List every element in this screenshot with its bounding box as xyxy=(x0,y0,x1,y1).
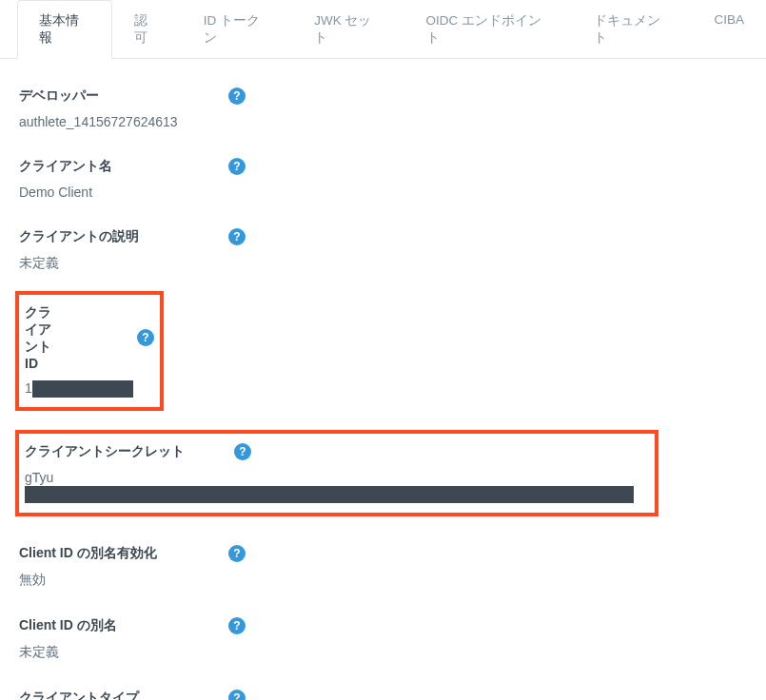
tab-id-token[interactable]: ID トークン xyxy=(182,0,292,59)
client-secret-prefix: gTyu xyxy=(25,470,53,485)
help-icon[interactable]: ? xyxy=(228,545,246,562)
field-client-id: クライアント ID ? 1 xyxy=(25,304,154,398)
redacted-client-id xyxy=(32,380,133,398)
highlight-client-id: クライアント ID ? 1 xyxy=(15,291,164,411)
client-id-alias-enabled-label: Client ID の別名有効化 xyxy=(19,545,228,562)
help-icon[interactable]: ? xyxy=(137,329,154,346)
field-client-name: クライアント名 ? Demo Client xyxy=(19,158,747,200)
field-client-type: クライアントタイプ ? CONFIDENTIAL xyxy=(19,690,747,700)
client-id-value: 1 xyxy=(25,380,154,398)
field-client-description: クライアントの説明 ? 未定義 xyxy=(19,228,747,272)
client-description-value: 未定義 xyxy=(19,255,747,272)
tab-ciba[interactable]: CIBA xyxy=(693,0,767,59)
tab-content: デベロッパー ? authlete_14156727624613 クライアント名… xyxy=(0,88,766,700)
developer-value: authlete_14156727624613 xyxy=(19,114,747,129)
client-id-alias-value: 未定義 xyxy=(19,644,747,661)
client-id-prefix: 1 xyxy=(25,380,32,396)
redacted-client-secret xyxy=(25,486,634,503)
client-description-label: クライアントの説明 xyxy=(19,228,228,245)
tab-jwk-set[interactable]: JWK セット xyxy=(292,0,403,59)
highlight-client-secret: クライアントシークレット ? gTyu xyxy=(15,430,658,515)
client-name-value: Demo Client xyxy=(19,185,747,200)
help-icon[interactable]: ? xyxy=(228,88,246,105)
client-id-alias-enabled-value: 無効 xyxy=(19,572,747,589)
client-secret-label: クライアントシークレット xyxy=(25,443,234,460)
field-client-id-alias-enabled: Client ID の別名有効化 ? 無効 xyxy=(19,545,747,589)
client-secret-value: gTyu xyxy=(25,470,649,502)
help-icon[interactable]: ? xyxy=(228,617,246,634)
help-icon[interactable]: ? xyxy=(228,228,246,245)
tabs: 基本情報 認可 ID トークン JWK セット OIDC エンドポイント ドキュ… xyxy=(0,0,766,59)
tab-authorization[interactable]: 認可 xyxy=(112,0,182,59)
client-name-label: クライアント名 xyxy=(19,158,228,175)
tab-document[interactable]: ドキュメント xyxy=(572,0,693,59)
help-icon[interactable]: ? xyxy=(228,690,246,700)
client-id-label: クライアント ID xyxy=(25,304,57,371)
field-client-secret: クライアントシークレット ? gTyu xyxy=(25,443,649,502)
field-developer: デベロッパー ? authlete_14156727624613 xyxy=(19,88,747,129)
client-id-alias-label: Client ID の別名 xyxy=(19,617,228,634)
help-icon[interactable]: ? xyxy=(228,158,246,175)
field-client-id-alias: Client ID の別名 ? 未定義 xyxy=(19,617,747,661)
developer-label: デベロッパー xyxy=(19,88,228,105)
tab-oidc-endpoint[interactable]: OIDC エンドポイント xyxy=(404,0,572,59)
tab-basic-info[interactable]: 基本情報 xyxy=(17,0,112,59)
help-icon[interactable]: ? xyxy=(234,443,251,460)
client-type-label: クライアントタイプ xyxy=(19,690,228,700)
